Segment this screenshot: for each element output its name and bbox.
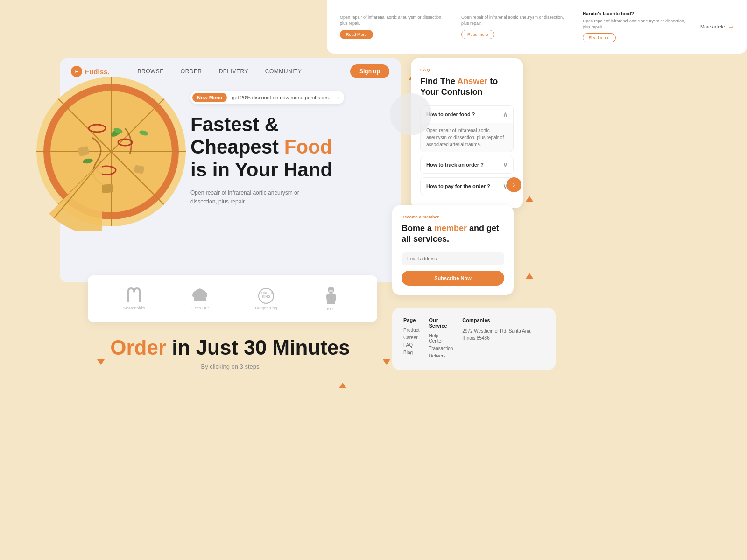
article-card-3: Naruto's favorite food? Open repair of i… [579, 7, 693, 46]
svg-rect-18 [194, 297, 206, 301]
burgerking-brand: BURGER KING Burger King [254, 287, 278, 310]
svg-text:BURGER: BURGER [259, 291, 273, 294]
signup-button[interactable]: Sign up [350, 64, 389, 78]
footer-link-transaction[interactable]: Transaction [429, 346, 453, 351]
subscribe-button[interactable]: Subscribe Now [402, 271, 504, 286]
faq-chevron-up-icon: ∧ [503, 111, 507, 118]
brands-bar: McDonald's Pizza Hut BURGER KING Burger … [88, 275, 377, 322]
faq-question-1[interactable]: How to order food ? ∧ [421, 106, 513, 123]
nav-community[interactable]: COMMUNITY [265, 68, 302, 75]
footer-companies-title: Companies [462, 317, 544, 323]
footer-link-delivery[interactable]: Delivery [429, 353, 453, 358]
kfc-icon [321, 286, 342, 305]
faq-item-2: How to track an order ? ∨ [420, 156, 514, 174]
footer-address: 2972 Westheimer Rd. Santa Ana, Illinois … [462, 328, 544, 342]
footer-link-career[interactable]: Career [403, 335, 419, 340]
order-section: Order in Just 30 Minutes By clicking on … [60, 336, 401, 370]
footer-link-helpcenter[interactable]: Help Center [429, 333, 453, 343]
article-desc-3: Open repair of infrarenal aortic aneurys… [583, 18, 689, 30]
hero-title: Fastest & Cheapest Food is in Your Hand [190, 113, 391, 181]
svg-rect-23 [329, 290, 333, 292]
next-button[interactable]: › [507, 177, 521, 192]
article-card-1: Open repair of infrarenal aortic aneurys… [336, 11, 450, 42]
faq-item-3: How to pay for the order ? ∨ [420, 177, 514, 195]
article-read-more-2[interactable]: Read more [461, 30, 494, 39]
plate-decoration [390, 93, 432, 135]
badge-arrow-icon: → [335, 94, 341, 101]
hero-card: F Fudlss. BROWSE ORDER DELIVERY COMMUNIT… [60, 58, 401, 282]
member-section: Become a member Bome a member and get al… [392, 205, 514, 295]
badge-text: get 20% discount on new menu purchases. [232, 95, 330, 100]
new-menu-badge: New Menu get 20% discount on new menu pu… [190, 91, 344, 104]
faq-label: FAQ [420, 68, 514, 72]
badge-pill: New Menu [192, 93, 227, 102]
footer-link-faq[interactable]: FAQ [403, 343, 419, 348]
deco-triangle-10 [526, 273, 533, 279]
footer-col-service: Our Service Help Center Transaction Deli… [429, 317, 453, 361]
more-articles-link[interactable]: More article → [700, 23, 738, 31]
faq-question-3[interactable]: How to pay for the order ? ∨ [421, 178, 513, 195]
footer-section: Page Product Career FAQ Blog Our Service… [392, 308, 556, 370]
order-title: Order in Just 30 Minutes [60, 336, 401, 359]
svg-text:KING: KING [262, 295, 270, 298]
email-input[interactable] [407, 256, 499, 261]
article-desc-1: Open repair of infrarenal aortic aneurys… [340, 14, 446, 26]
article-title-3: Naruto's favorite food? [583, 11, 689, 16]
faq-question-2[interactable]: How to track an order ? ∨ [421, 156, 513, 173]
pizza-svg [32, 72, 190, 231]
member-label: Become a member [402, 215, 504, 219]
pizzahut-icon [188, 287, 211, 304]
hero-description: Open repair of infrarenal aortic aneurys… [190, 189, 312, 206]
article-card-2: Open repair of infrarenal aortic aneurys… [458, 11, 571, 42]
footer-page-title: Page [403, 317, 419, 323]
footer-link-blog[interactable]: Blog [403, 350, 419, 355]
mcdonalds-brand: McDonald's [123, 287, 145, 310]
article-read-more-1[interactable]: Read More [340, 30, 373, 39]
faq-answer-1: Open repair of infrarenal aortic aneurys… [421, 123, 513, 152]
article-read-more-3[interactable]: Read more [583, 33, 616, 42]
more-arrow-icon: → [727, 23, 735, 31]
articles-section: Open repair of infrarenal aortic aneurys… [327, 0, 747, 54]
email-input-container [402, 252, 504, 265]
footer-service-title: Our Service [429, 317, 453, 329]
pizza-image [32, 72, 209, 268]
footer-columns: Page Product Career FAQ Blog Our Service… [403, 317, 544, 361]
mcdonalds-icon [125, 287, 143, 304]
pizzahut-brand: Pizza Hut [188, 287, 211, 310]
deco-triangle-11 [339, 383, 346, 388]
nav-delivery[interactable]: DELIVERY [219, 68, 248, 75]
footer-link-product[interactable]: Product [403, 328, 419, 333]
faq-title: Find The Answer to Your Confusion [420, 76, 514, 98]
deco-triangle-9 [526, 196, 533, 202]
svg-rect-12 [101, 184, 113, 193]
kfc-brand: KFC [321, 286, 342, 311]
footer-col-companies: Companies 2972 Westheimer Rd. Santa Ana,… [462, 317, 544, 361]
footer-col-page: Page Product Career FAQ Blog [403, 317, 419, 361]
article-desc-2: Open repair of infrarenal aortic aneurys… [461, 14, 568, 26]
order-subtitle: By clicking on 3 steps [60, 363, 401, 370]
member-title: Bome a member and get all services. [402, 223, 504, 245]
faq-item-1: How to order food ? ∧ Open repair of inf… [420, 105, 514, 152]
faq-panel: FAQ Find The Answer to Your Confusion Ho… [411, 58, 523, 208]
burgerking-icon: BURGER KING [254, 287, 278, 304]
hero-content: New Menu get 20% discount on new menu pu… [190, 91, 391, 206]
faq-chevron-down-icon-2: ∨ [503, 161, 507, 168]
